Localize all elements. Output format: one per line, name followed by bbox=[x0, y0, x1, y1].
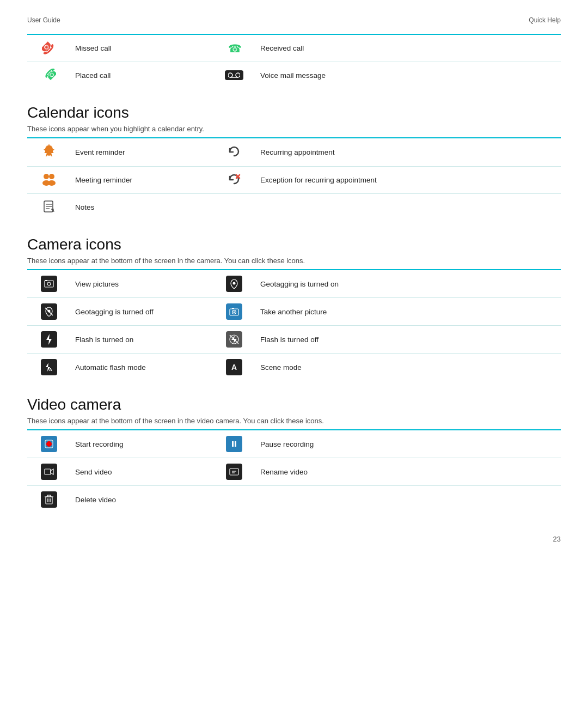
svg-rect-41 bbox=[232, 441, 234, 447]
calendar-icons-table: ! Event reminder Recurring appointment bbox=[27, 137, 561, 221]
placed-call-label: Placed call bbox=[71, 62, 212, 89]
meeting-reminder-label: Meeting reminder bbox=[71, 167, 212, 194]
delete-video-icon bbox=[27, 486, 71, 514]
table-row: A Automatic flash mode A Scene mode bbox=[27, 354, 561, 381]
start-recording-icon bbox=[27, 430, 71, 458]
camera-icons-table: View pictures Geotagging is turned on bbox=[27, 269, 561, 381]
camera-title: Camera icons bbox=[27, 236, 561, 253]
flash-off-icon bbox=[212, 326, 256, 354]
phone-icons-table: ☎ Missed call ☎ Received call ☎ Placed c… bbox=[27, 34, 561, 89]
scene-mode-label: Scene mode bbox=[256, 354, 561, 381]
svg-point-26 bbox=[233, 282, 236, 285]
user-guide-label: User Guide bbox=[27, 16, 60, 24]
event-reminder-label: Event reminder bbox=[71, 138, 212, 167]
svg-point-13 bbox=[49, 174, 54, 179]
send-video-icon bbox=[27, 458, 71, 486]
svg-point-10 bbox=[48, 154, 50, 156]
calendar-section: Calendar icons These icons appear when y… bbox=[27, 104, 561, 133]
table-row: Start recording Pause recording bbox=[27, 430, 561, 458]
svg-point-12 bbox=[44, 174, 49, 179]
svg-marker-44 bbox=[51, 469, 53, 474]
event-reminder-icon: ! bbox=[27, 138, 71, 167]
delete-video-label: Delete video bbox=[71, 486, 212, 514]
svg-text:☎: ☎ bbox=[228, 42, 241, 54]
pause-recording-label: Pause recording bbox=[256, 430, 561, 458]
svg-rect-45 bbox=[230, 468, 238, 475]
page-number: 23 bbox=[27, 535, 561, 543]
geotagging-off-label: Geotagging is turned off bbox=[71, 298, 212, 326]
camera-desc: These icons appear at the bottom of the … bbox=[27, 257, 561, 265]
received-call-label: Received call bbox=[256, 34, 561, 62]
voicemail-label: Voice mail message bbox=[256, 62, 561, 89]
table-row: Geotagging is turned off Take another pi… bbox=[27, 298, 561, 326]
camera-section: Camera icons These icons appear at the b… bbox=[27, 236, 561, 265]
missed-call-icon: ☎ bbox=[27, 34, 71, 62]
svg-rect-25 bbox=[45, 280, 47, 281]
svg-point-3 bbox=[228, 73, 232, 77]
svg-text:☎: ☎ bbox=[42, 40, 56, 54]
table-row: ☎ Placed call Voice mail message bbox=[27, 62, 561, 89]
auto-flash-label: Automatic flash mode bbox=[71, 354, 212, 381]
notes-label: Notes bbox=[71, 194, 212, 221]
geotagging-on-label: Geotagging is turned on bbox=[256, 270, 561, 298]
svg-rect-23 bbox=[45, 281, 53, 287]
quick-help-label: Quick Help bbox=[529, 16, 561, 24]
flash-on-label: Flash is turned on bbox=[71, 326, 212, 354]
calendar-desc: These icons appear when you highlight a … bbox=[27, 125, 561, 133]
table-row: Send video Rename video bbox=[27, 458, 561, 486]
recurring-icon bbox=[212, 138, 256, 167]
svg-text:☎: ☎ bbox=[42, 68, 56, 82]
svg-marker-33 bbox=[46, 334, 52, 345]
missed-call-label: Missed call bbox=[71, 34, 212, 62]
pause-recording-icon bbox=[212, 430, 256, 458]
notes-icon bbox=[27, 194, 71, 221]
svg-point-24 bbox=[47, 282, 51, 285]
svg-point-15 bbox=[48, 180, 56, 186]
rename-video-label: Rename video bbox=[256, 458, 561, 486]
voicemail-icon bbox=[212, 62, 256, 89]
calendar-title: Calendar icons bbox=[27, 104, 561, 121]
table-row: Notes bbox=[27, 194, 561, 221]
rename-video-icon bbox=[212, 458, 256, 486]
placed-call-icon: ☎ bbox=[27, 62, 71, 89]
view-pictures-icon bbox=[27, 270, 71, 298]
table-row: ! Event reminder Recurring appointment bbox=[27, 138, 561, 167]
geotagging-off-icon bbox=[27, 298, 71, 326]
table-row: Delete video bbox=[27, 486, 561, 514]
take-picture-icon bbox=[212, 298, 256, 326]
flash-on-icon bbox=[27, 326, 71, 354]
table-row: ☎ Missed call ☎ Received call bbox=[27, 34, 561, 62]
take-picture-label: Take another picture bbox=[256, 298, 561, 326]
video-title: Video camera bbox=[27, 396, 561, 413]
svg-point-31 bbox=[234, 312, 235, 313]
svg-rect-42 bbox=[235, 441, 236, 447]
exception-recurring-icon bbox=[212, 167, 256, 194]
svg-rect-32 bbox=[232, 308, 234, 309]
svg-rect-43 bbox=[45, 469, 51, 474]
scene-mode-icon: A bbox=[212, 354, 256, 381]
exception-recurring-label: Exception for recurring appointment bbox=[256, 167, 561, 194]
view-pictures-label: View pictures bbox=[71, 270, 212, 298]
received-call-icon: ☎ bbox=[212, 34, 256, 62]
auto-flash-icon: A bbox=[27, 354, 71, 381]
table-row: View pictures Geotagging is turned on bbox=[27, 270, 561, 298]
svg-point-4 bbox=[236, 73, 240, 77]
recurring-label: Recurring appointment bbox=[256, 138, 561, 167]
table-row: Flash is turned on Flash is turned off bbox=[27, 326, 561, 354]
svg-point-39 bbox=[46, 441, 52, 447]
page-header: User Guide Quick Help bbox=[27, 16, 561, 24]
geotagging-on-icon bbox=[212, 270, 256, 298]
meeting-reminder-icon bbox=[27, 167, 71, 194]
start-recording-label: Start recording bbox=[71, 430, 212, 458]
video-section: Video camera These icons appear at the b… bbox=[27, 396, 561, 425]
svg-text:A: A bbox=[49, 367, 52, 372]
flash-off-label: Flash is turned off bbox=[256, 326, 561, 354]
video-icons-table: Start recording Pause recording bbox=[27, 429, 561, 513]
send-video-label: Send video bbox=[71, 458, 212, 486]
table-row: Meeting reminder Exception for recurring… bbox=[27, 167, 561, 194]
video-desc: These icons appear at the bottom of the … bbox=[27, 417, 561, 425]
